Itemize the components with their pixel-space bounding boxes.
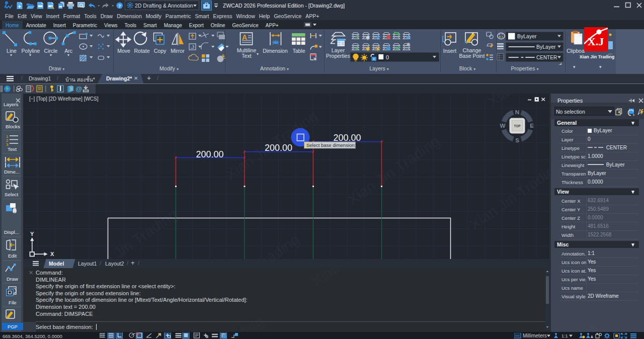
svg-text:0: 0 xyxy=(386,54,389,60)
svg-text:ByLayer: ByLayer xyxy=(536,44,556,50)
svg-text:Edit: Edit xyxy=(8,253,17,259)
svg-text:S: S xyxy=(515,137,519,143)
svg-text:Blocks: Blocks xyxy=(6,124,20,129)
svg-text:File: File xyxy=(9,300,17,305)
svg-text:00: 00 xyxy=(515,333,520,338)
svg-text:Draw: Draw xyxy=(7,276,19,282)
svg-text:s: s xyxy=(633,113,634,116)
svg-text:E: E xyxy=(530,123,534,129)
svg-text:Y: Y xyxy=(30,231,34,237)
svg-text:Displ...: Displ... xyxy=(4,229,19,235)
svg-text:?: ? xyxy=(70,87,72,91)
svg-text:1:1: 1:1 xyxy=(561,333,568,338)
svg-text:?: ? xyxy=(118,3,121,9)
svg-text:Millimeters: Millimeters xyxy=(523,333,547,338)
svg-text:PGP: PGP xyxy=(8,324,18,329)
svg-text:ByLayer: ByLayer xyxy=(517,33,537,39)
svg-text:200.00: 200.00 xyxy=(333,133,361,143)
svg-text:[−] [Top] [2D Wireframe] [WCS]: [−] [Top] [2D Wireframe] [WCS] xyxy=(29,96,99,102)
svg-text:200.00: 200.00 xyxy=(196,149,223,159)
svg-text:Layers: Layers xyxy=(4,102,19,107)
svg-text:n Trading: n Trading xyxy=(551,319,600,332)
svg-text:200.00: 200.00 xyxy=(265,143,292,153)
svg-text:TOP: TOP xyxy=(514,124,521,128)
svg-text:X: X xyxy=(50,251,54,257)
svg-text:X.J: X.J xyxy=(588,35,604,48)
svg-text:Select base dimension:: Select base dimension: xyxy=(306,142,356,148)
svg-text:N: N xyxy=(515,109,519,115)
svg-text:Dime...: Dime... xyxy=(4,169,20,175)
svg-text:Xian Jin Trading: Xian Jin Trading xyxy=(308,268,407,290)
svg-text:Text: Text xyxy=(8,146,17,152)
svg-text:W: W xyxy=(500,123,506,129)
svg-text:CENTER: CENTER xyxy=(536,55,557,60)
svg-text:Select: Select xyxy=(5,192,19,197)
svg-text:@: @ xyxy=(75,85,83,93)
